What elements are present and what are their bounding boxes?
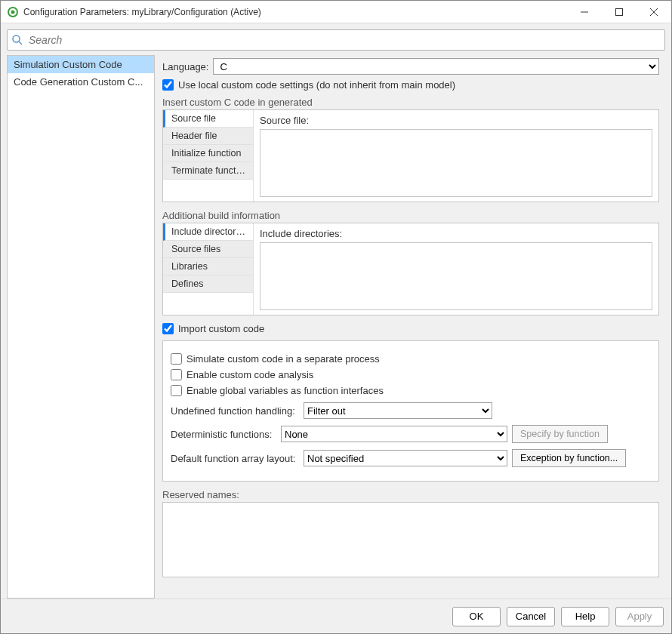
search-box[interactable] bbox=[7, 29, 665, 51]
reserved-names-label: Reserved names: bbox=[162, 489, 659, 500]
enable-code-analysis-checkbox[interactable] bbox=[171, 369, 182, 380]
enable-global-vars-checkbox[interactable] bbox=[171, 385, 182, 396]
help-button[interactable]: Help bbox=[561, 607, 609, 626]
sidebar-item-simulation-custom-code[interactable]: Simulation Custom Code bbox=[8, 56, 154, 73]
include-directories-textarea[interactable] bbox=[260, 242, 652, 310]
include-directories-label: Include directories: bbox=[260, 228, 652, 239]
simulate-separate-process-label: Simulate custom code in a separate proce… bbox=[186, 353, 380, 365]
svg-line-7 bbox=[19, 42, 22, 45]
window-controls bbox=[567, 1, 671, 23]
tab-initialize-function[interactable]: Initialize function bbox=[163, 145, 253, 162]
svg-point-6 bbox=[13, 35, 20, 42]
undefined-function-handling-select[interactable]: Filter out bbox=[304, 402, 492, 419]
search-region bbox=[1, 23, 671, 55]
default-array-layout-label: Default function array layout: bbox=[171, 453, 299, 464]
source-file-textarea[interactable] bbox=[260, 129, 652, 197]
additional-build-section-label: Additional build information bbox=[162, 210, 659, 221]
app-icon bbox=[7, 6, 19, 18]
insert-code-tabs: Source file Header file Initialize funct… bbox=[163, 110, 254, 202]
minimize-button[interactable] bbox=[567, 1, 602, 23]
content-pane: Language: C Use local custom code settin… bbox=[159, 55, 665, 599]
specify-by-function-button[interactable]: Specify by function bbox=[512, 425, 608, 443]
language-label: Language: bbox=[162, 61, 208, 72]
tab-header-file[interactable]: Header file bbox=[163, 128, 253, 145]
import-custom-code-checkbox[interactable] bbox=[162, 323, 174, 334]
maximize-button[interactable] bbox=[602, 1, 637, 23]
undefined-function-handling-label: Undefined function handling: bbox=[171, 405, 299, 417]
tab-source-file[interactable]: Source file bbox=[163, 110, 253, 128]
apply-button[interactable]: Apply bbox=[615, 607, 664, 626]
search-input[interactable] bbox=[27, 30, 664, 50]
titlebar: Configuration Parameters: myLibrary/Conf… bbox=[1, 1, 671, 23]
tab-include-directories[interactable]: Include directories bbox=[163, 223, 253, 241]
sidebar: Simulation Custom Code Code Generation C… bbox=[7, 55, 155, 599]
insert-code-section-label: Insert custom C code in generated bbox=[162, 97, 659, 108]
svg-rect-3 bbox=[616, 8, 623, 15]
ok-button[interactable]: OK bbox=[452, 607, 501, 626]
exception-by-function-button[interactable]: Exception by function... bbox=[512, 449, 626, 467]
search-icon bbox=[8, 34, 27, 46]
deterministic-functions-label: Deterministic functions: bbox=[171, 429, 276, 440]
svg-point-1 bbox=[11, 10, 15, 14]
window-title: Configuration Parameters: myLibrary/Conf… bbox=[23, 7, 567, 17]
tab-libraries[interactable]: Libraries bbox=[163, 258, 253, 275]
additional-build-block: Include directories Source files Librari… bbox=[162, 223, 659, 315]
enable-code-analysis-label: Enable custom code analysis bbox=[186, 369, 313, 380]
cancel-button[interactable]: Cancel bbox=[507, 607, 555, 626]
sidebar-item-code-generation-custom-code[interactable]: Code Generation Custom C... bbox=[8, 73, 154, 91]
reserved-names-textarea[interactable] bbox=[162, 502, 659, 577]
language-select[interactable]: C bbox=[213, 58, 659, 75]
deterministic-functions-select[interactable]: None bbox=[281, 426, 507, 442]
source-file-label: Source file: bbox=[260, 115, 652, 126]
tab-terminate-function[interactable]: Terminate function bbox=[163, 162, 253, 180]
tab-source-files[interactable]: Source files bbox=[163, 241, 253, 258]
insert-code-block: Source file Header file Initialize funct… bbox=[162, 109, 659, 202]
additional-build-tabs: Include directories Source files Librari… bbox=[163, 223, 254, 315]
tab-defines[interactable]: Defines bbox=[163, 275, 253, 293]
use-local-settings-label: Use local custom code settings (do not i… bbox=[178, 79, 455, 91]
default-array-layout-select[interactable]: Not specified bbox=[304, 450, 507, 466]
close-button[interactable] bbox=[637, 1, 671, 23]
import-custom-code-label: Import custom code bbox=[178, 323, 264, 334]
use-local-settings-checkbox[interactable] bbox=[162, 79, 174, 91]
simulate-separate-process-checkbox[interactable] bbox=[171, 353, 182, 365]
enable-global-vars-label: Enable global variables as function inte… bbox=[186, 385, 384, 396]
dialog-footer: OK Cancel Help Apply bbox=[1, 599, 671, 633]
custom-code-options-panel: Simulate custom code in a separate proce… bbox=[162, 340, 659, 482]
